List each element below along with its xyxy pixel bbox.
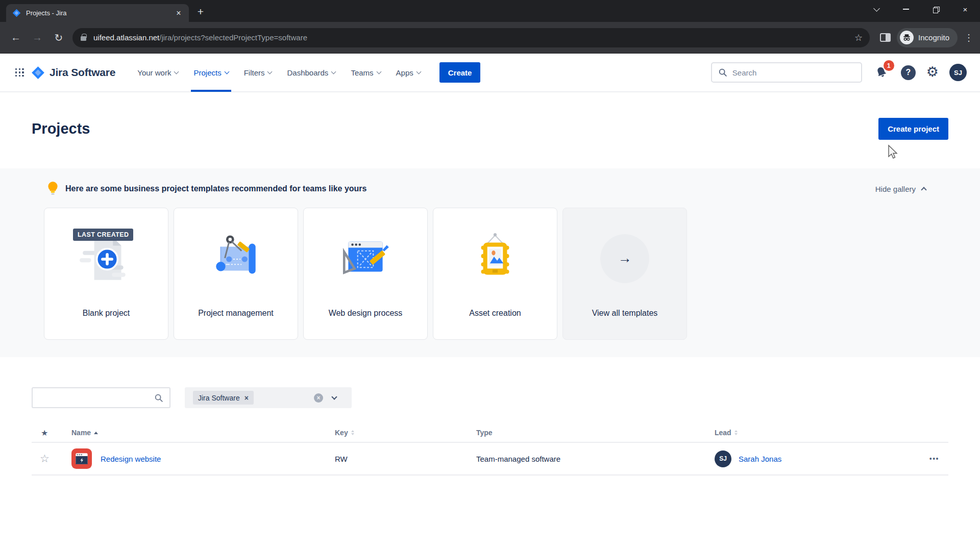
browser-toolbar: ← → ↻ uifeed.atlassian.net/jira/projects…	[0, 22, 980, 54]
lead-avatar: SJ	[715, 450, 731, 467]
project-lead-cell: SJ Sarah Jonas	[715, 450, 909, 467]
nav-projects[interactable]: Projects	[186, 54, 236, 92]
product-filter-chip[interactable]: Jira Software ×	[193, 391, 254, 405]
project-type-cell: Team-managed software	[476, 455, 715, 463]
side-panel-icon[interactable]	[880, 33, 891, 42]
asset-creation-illustration	[433, 208, 557, 309]
project-name-link[interactable]: Redesign website	[101, 455, 161, 463]
incognito-indicator: Incognito	[897, 28, 958, 47]
nav-filters[interactable]: Filters	[236, 54, 280, 92]
column-header-type[interactable]: Type	[476, 429, 715, 437]
new-tab-button[interactable]: +	[193, 5, 208, 20]
back-button[interactable]: ←	[5, 27, 27, 48]
url-domain: uifeed.atlassian.net	[93, 33, 159, 42]
template-card-asset-creation[interactable]: Asset creation	[433, 208, 557, 340]
page-title: Projects	[32, 120, 90, 137]
window-menu-button[interactable]	[862, 0, 891, 18]
template-cards: LAST CREATED Blank project	[44, 208, 948, 340]
card-label: Blank project	[83, 309, 130, 318]
browser-tabstrip: Projects - Jira × + ×	[0, 0, 980, 22]
notifications-button[interactable]: 1	[873, 64, 890, 81]
table-header-row: ★ Name Key Type Lead	[32, 423, 948, 443]
search-icon	[718, 68, 727, 77]
nav-apps[interactable]: Apps	[388, 54, 428, 92]
chevron-down-icon	[416, 69, 421, 74]
column-header-lead[interactable]: Lead	[715, 429, 909, 437]
jira-app-header: Jira Software Your work Projects Filters…	[0, 54, 980, 92]
lock-icon	[81, 36, 86, 41]
lead-name-link[interactable]: Sarah Jonas	[739, 455, 781, 463]
browser-tab[interactable]: Projects - Jira ×	[6, 4, 189, 22]
star-column-header[interactable]: ★	[32, 428, 71, 438]
jira-logo[interactable]: Jira Software	[31, 66, 115, 80]
global-search-input[interactable]	[732, 68, 855, 77]
chevron-down-icon	[873, 5, 880, 12]
clear-filter-icon[interactable]: ×	[314, 393, 323, 403]
jira-logo-text: Jira Software	[50, 66, 115, 79]
chevron-down-icon	[376, 69, 381, 74]
row-actions-icon[interactable]: •••	[929, 455, 948, 463]
create-button[interactable]: Create	[439, 62, 481, 83]
header-right: 1 ? ⚙ SJ	[711, 62, 967, 83]
search-icon	[154, 393, 163, 403]
card-label: Asset creation	[469, 309, 521, 318]
project-management-illustration	[174, 208, 298, 309]
column-header-key[interactable]: Key	[335, 429, 476, 437]
create-project-button[interactable]: Create project	[878, 118, 948, 140]
chevron-down-icon	[331, 69, 336, 74]
jira-favicon	[12, 9, 21, 17]
card-label: Project management	[198, 309, 274, 318]
card-label: Web design process	[329, 309, 403, 318]
restore-button[interactable]	[921, 0, 950, 18]
close-button[interactable]: ×	[950, 0, 980, 18]
user-avatar[interactable]: SJ	[949, 64, 967, 81]
settings-gear-icon[interactable]: ⚙	[926, 65, 939, 79]
template-card-project-management[interactable]: Project management	[174, 208, 298, 340]
window-controls: ×	[862, 0, 980, 18]
chevron-down-icon	[267, 69, 273, 74]
minimize-icon	[903, 9, 909, 10]
favorite-star-icon[interactable]: ☆	[32, 453, 71, 465]
forward-button[interactable]: →	[27, 27, 48, 48]
notification-badge: 1	[884, 60, 894, 71]
gallery-banner-text: Here are some business project templates…	[65, 184, 366, 193]
template-card-blank-project[interactable]: LAST CREATED Blank project	[44, 208, 168, 340]
sort-icon	[351, 430, 354, 435]
nav-teams[interactable]: Teams	[343, 54, 388, 92]
tab-title: Projects - Jira	[26, 9, 174, 17]
product-filter-select[interactable]: Jira Software × ×	[185, 387, 352, 408]
main-nav: Your work Projects Filters Dashboards Te…	[130, 54, 428, 92]
help-button[interactable]: ?	[901, 65, 916, 80]
card-label: View all templates	[592, 309, 658, 318]
reload-button[interactable]: ↻	[48, 27, 69, 48]
project-search-box[interactable]	[32, 387, 170, 408]
bookmark-star-icon[interactable]: ☆	[854, 32, 863, 43]
mouse-cursor	[887, 144, 899, 160]
project-filter-bar: Jira Software × ×	[0, 387, 980, 408]
project-key-cell: RW	[335, 455, 476, 463]
incognito-label: Incognito	[918, 33, 949, 42]
projects-table: ★ Name Key Type Lead ☆ Redesign website …	[32, 423, 948, 475]
nav-your-work[interactable]: Your work	[130, 54, 186, 92]
view-all-templates-card[interactable]: → View all templates	[562, 208, 687, 340]
project-search-input[interactable]	[39, 393, 154, 402]
hide-gallery-button[interactable]: Hide gallery	[875, 185, 926, 193]
global-search[interactable]	[711, 62, 862, 83]
chip-remove-icon[interactable]: ×	[244, 394, 249, 402]
chevron-down-icon	[224, 69, 229, 74]
chevron-up-icon	[921, 187, 926, 192]
template-card-web-design[interactable]: Web design process	[303, 208, 428, 340]
browser-menu-icon[interactable]: ⋮	[963, 32, 975, 43]
view-all-arrow: →	[563, 208, 687, 309]
address-bar[interactable]: uifeed.atlassian.net/jira/projects?selec…	[72, 28, 870, 47]
nav-dashboards[interactable]: Dashboards	[279, 54, 343, 92]
column-header-name[interactable]: Name	[71, 429, 335, 437]
minimize-button[interactable]	[891, 0, 921, 18]
sort-asc-icon	[94, 432, 98, 434]
project-avatar	[71, 448, 92, 469]
page-header: Projects Create project	[0, 117, 980, 140]
app-switcher-icon[interactable]	[15, 68, 24, 77]
chevron-down-icon	[331, 394, 337, 399]
web-design-illustration	[304, 208, 427, 309]
tab-close-icon[interactable]: ×	[174, 8, 184, 18]
